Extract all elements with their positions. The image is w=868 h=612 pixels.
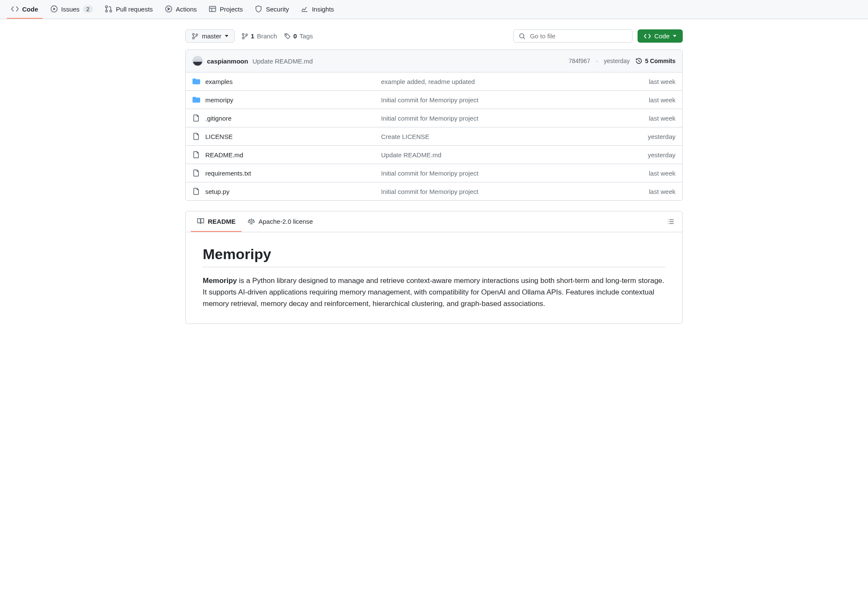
tags-link[interactable]: 0 Tags — [284, 32, 313, 40]
file-commit-message[interactable]: Update README.md — [381, 151, 607, 159]
file-name[interactable]: LICENSE — [193, 133, 381, 140]
code-icon — [644, 33, 651, 40]
branch-count: 1 — [251, 32, 254, 40]
file-age: last week — [607, 96, 675, 104]
git-branch-icon — [241, 33, 248, 40]
commit-message[interactable]: Update README.md — [253, 58, 313, 65]
file-name[interactable]: .gitignore — [193, 114, 381, 122]
file-name-text: README.md — [205, 151, 243, 159]
readme-lead: Memoripy is a Python library designed to… — [203, 275, 665, 310]
file-name[interactable]: examples — [193, 78, 381, 85]
svg-point-7 — [193, 33, 194, 35]
file-name-text: memoripy — [205, 96, 233, 104]
file-icon — [193, 133, 200, 140]
code-icon — [11, 5, 19, 13]
tag-icon — [284, 33, 291, 40]
go-to-file-input[interactable] — [530, 32, 627, 40]
license-tab[interactable]: Apache-2.0 license — [241, 211, 319, 232]
issue-icon — [50, 5, 58, 13]
branches-link[interactable]: 1 Branch — [241, 32, 277, 40]
svg-point-10 — [242, 33, 244, 35]
file-age: last week — [607, 78, 675, 85]
svg-point-12 — [246, 34, 247, 35]
file-name[interactable]: memoripy — [193, 96, 381, 104]
outline-button[interactable] — [664, 215, 677, 228]
commits-link[interactable]: 5 Commits — [635, 58, 675, 64]
file-name-text: .gitignore — [205, 115, 232, 122]
folder-icon — [193, 78, 200, 85]
file-row: memoripyInitial commit for Memoripy proj… — [186, 91, 682, 109]
avatar[interactable] — [193, 56, 203, 66]
svg-point-4 — [110, 10, 112, 12]
table-icon — [209, 5, 216, 13]
tab-pulls[interactable]: Pull requests — [101, 0, 157, 19]
chevron-down-icon — [225, 35, 228, 37]
svg-rect-6 — [210, 6, 216, 12]
tab-security[interactable]: Security — [250, 0, 293, 19]
file-name[interactable]: requirements.txt — [193, 169, 381, 177]
file-name[interactable]: README.md — [193, 151, 381, 159]
file-age: last week — [607, 188, 675, 195]
svg-point-14 — [520, 34, 524, 38]
file-commit-message[interactable]: Create LICENSE — [381, 133, 607, 140]
file-icon — [193, 188, 200, 195]
file-commit-message[interactable]: Initial commit for Memoripy project — [381, 170, 607, 177]
file-age: last week — [607, 115, 675, 122]
file-commit-message[interactable]: Initial commit for Memoripy project — [381, 96, 607, 104]
commit-author[interactable]: caspianmoon — [207, 58, 248, 65]
search-icon — [519, 33, 526, 40]
commit-sha[interactable]: 784f967 — [569, 58, 590, 64]
tab-issues[interactable]: Issues 2 — [46, 0, 98, 19]
commit-age: yesterday — [604, 58, 630, 64]
tab-issues-label: Issues — [61, 6, 80, 13]
tab-insights-label: Insights — [312, 6, 334, 13]
file-icon — [193, 169, 200, 177]
readme-box: README Apache-2.0 license Memoripy Memor… — [185, 211, 683, 324]
svg-point-13 — [286, 35, 287, 35]
svg-point-1 — [53, 8, 55, 9]
file-row: LICENSECreate LICENSEyesterday — [186, 127, 682, 146]
file-name-text: setup.py — [205, 188, 230, 195]
readme-content: Memoripy Memoripy is a Python library de… — [186, 232, 682, 323]
git-branch-icon — [192, 33, 198, 40]
svg-point-9 — [196, 34, 198, 35]
file-commit-message[interactable]: example added, readme updated — [381, 78, 607, 85]
tab-projects[interactable]: Projects — [204, 0, 247, 19]
code-download-button[interactable]: Code — [638, 29, 683, 43]
tab-code[interactable]: Code — [7, 0, 43, 19]
file-name-text: LICENSE — [205, 133, 233, 140]
readme-tab[interactable]: README — [191, 211, 241, 232]
file-commit-message[interactable]: Initial commit for Memoripy project — [381, 188, 607, 195]
file-row: .gitignoreInitial commit for Memoripy pr… — [186, 109, 682, 127]
readme-title: Memoripy — [203, 246, 665, 267]
pull-request-icon — [105, 5, 112, 13]
file-age: yesterday — [607, 133, 675, 140]
graph-icon — [301, 5, 308, 13]
tab-insights[interactable]: Insights — [296, 0, 338, 19]
branch-count-label: Branch — [257, 32, 277, 40]
latest-commit-header: caspianmoon Update README.md 784f967 · y… — [186, 50, 682, 72]
go-to-file-search[interactable] — [513, 29, 632, 43]
shield-icon — [255, 5, 262, 13]
history-icon — [635, 58, 642, 64]
file-row: setup.pyInitial commit for Memoripy proj… — [186, 182, 682, 200]
file-row: requirements.txtInitial commit for Memor… — [186, 164, 682, 182]
file-name[interactable]: setup.py — [193, 188, 381, 195]
chevron-down-icon — [673, 35, 676, 37]
branch-select-button[interactable]: master — [185, 29, 235, 43]
tab-projects-label: Projects — [220, 6, 243, 13]
tab-security-label: Security — [266, 6, 289, 13]
file-age: last week — [607, 170, 675, 177]
file-nav: master 1 Branch 0 Tags — [185, 29, 683, 43]
file-icon — [193, 151, 200, 159]
license-tab-label: Apache-2.0 license — [259, 218, 313, 225]
file-commit-message[interactable]: Initial commit for Memoripy project — [381, 115, 607, 122]
folder-icon — [193, 96, 200, 104]
file-name-text: requirements.txt — [205, 170, 251, 177]
tab-actions[interactable]: Actions — [161, 0, 201, 19]
tag-count-label: Tags — [299, 32, 313, 40]
tab-code-label: Code — [22, 6, 38, 13]
code-button-label: Code — [654, 32, 670, 40]
commits-count: 5 Commits — [645, 58, 675, 64]
issues-count-badge: 2 — [83, 6, 93, 13]
